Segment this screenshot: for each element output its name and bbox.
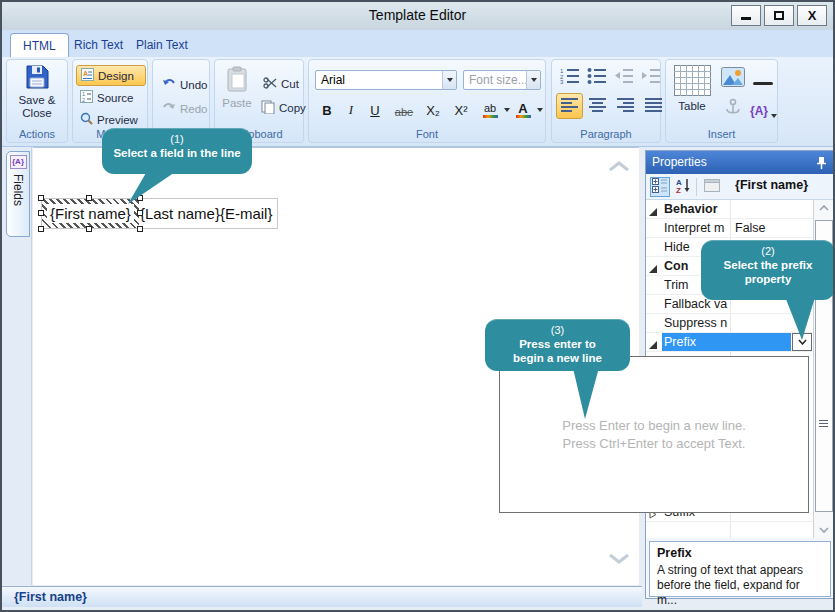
popup-hint-line2: Press Ctrl+Enter to accept Text.: [563, 436, 746, 451]
template-editor-window: Template Editor X HTML Rich Text Plain T…: [0, 0, 835, 612]
maximize-button[interactable]: [764, 5, 794, 26]
save-close-button[interactable]: Save & Close: [10, 64, 64, 120]
decrease-indent-button[interactable]: [611, 66, 636, 89]
svg-text:3: 3: [560, 79, 564, 84]
insert-field-button[interactable]: {A}: [748, 99, 770, 122]
align-center-button[interactable]: [584, 93, 611, 119]
magnifier-icon: [80, 112, 93, 127]
window-controls: X: [731, 5, 827, 26]
property-row-behavior[interactable]: Behavior: [646, 200, 814, 219]
title-bar: Template Editor X: [2, 2, 833, 30]
font-color-dropdown[interactable]: [535, 98, 543, 120]
prefix-editor-popup[interactable]: Press Enter to begin a new line. Press C…: [499, 356, 809, 513]
subscript-button[interactable]: X₂: [421, 98, 445, 120]
sort-az-icon: AZ: [675, 177, 691, 197]
resize-handle[interactable]: [38, 195, 44, 201]
resize-handle[interactable]: [86, 195, 92, 201]
callout-step-2: (2) Select the prefix property: [701, 240, 835, 300]
insert-image-button[interactable]: [720, 67, 745, 90]
numbered-list-button[interactable]: 123: [557, 66, 582, 89]
resize-handle[interactable]: [137, 210, 143, 216]
undo-button[interactable]: Undo: [158, 74, 212, 95]
property-pages-icon: [704, 178, 720, 196]
ribbon-group-insert: Table {A} Insert: [665, 59, 778, 143]
superscript-button[interactable]: X²: [449, 98, 473, 120]
chevron-down-icon: [442, 71, 456, 89]
increase-indent-button[interactable]: [638, 66, 663, 89]
fields-tab-label: Fields: [11, 174, 25, 206]
tab-html[interactable]: HTML: [10, 33, 69, 57]
svg-text:2: 2: [82, 97, 85, 103]
font-family-combo[interactable]: Arial: [315, 70, 457, 90]
tab-plain-text[interactable]: Plain Text: [124, 33, 200, 57]
bold-button[interactable]: B: [317, 98, 337, 120]
copy-button[interactable]: Copy: [257, 97, 310, 118]
field-icon: {A}: [10, 155, 27, 169]
scroll-down-chevron[interactable]: [607, 551, 631, 569]
fields-tab[interactable]: {A} Fields: [6, 151, 30, 237]
justify-icon: [645, 97, 663, 116]
resize-handle[interactable]: [38, 226, 44, 232]
resize-handle[interactable]: [137, 226, 143, 232]
categorized-icon: [652, 177, 668, 197]
paste-button[interactable]: Paste: [219, 66, 255, 110]
insert-field-dropdown[interactable]: [769, 104, 777, 126]
numbered-list-icon: 123: [560, 67, 580, 88]
window-title: Template Editor: [2, 2, 833, 29]
cut-button[interactable]: Cut: [259, 73, 303, 94]
property-description: Prefix A string of text that appears bef…: [649, 541, 831, 597]
resize-handle[interactable]: [86, 226, 92, 232]
italic-button[interactable]: I: [341, 98, 361, 120]
callout-step-1: (1) Select a field in the line: [102, 128, 252, 174]
status-field-name: {First name}: [14, 590, 87, 604]
property-row-interpret[interactable]: Interpret m False: [646, 219, 814, 238]
highlight-color-button[interactable]: ab: [479, 98, 501, 120]
align-left-button[interactable]: [556, 93, 583, 119]
fields-sidebar-strip: {A} Fields: [2, 147, 32, 585]
highlight-color-bar: [483, 115, 498, 118]
floppy-disk-icon: [24, 64, 50, 92]
align-left-icon: [561, 97, 579, 116]
categorized-view-button[interactable]: [650, 177, 670, 197]
bullet-list-button[interactable]: [584, 66, 609, 89]
close-button[interactable]: X: [797, 5, 827, 26]
resize-handle[interactable]: [38, 210, 44, 216]
group-label-paragraph: Paragraph: [552, 128, 660, 140]
selected-object-name: {First name}: [735, 178, 808, 192]
source-button[interactable]: 12 Source: [76, 87, 146, 108]
preview-button[interactable]: Preview: [76, 109, 146, 130]
collapse-triangle-icon[interactable]: [649, 262, 657, 276]
collapse-triangle-icon[interactable]: [649, 205, 657, 219]
font-size-combo[interactable]: Font size...: [463, 70, 541, 90]
chevron-down-icon: [526, 71, 540, 89]
clipboard-icon: [226, 66, 248, 95]
align-right-icon: [617, 97, 635, 116]
font-color-button[interactable]: A: [513, 98, 533, 120]
minimize-button[interactable]: [731, 5, 761, 26]
strikethrough-button[interactable]: abe: [391, 98, 417, 120]
insert-line-button[interactable]: [750, 72, 775, 95]
insert-anchor-button[interactable]: [720, 97, 745, 120]
property-pages-button[interactable]: [702, 177, 722, 197]
insert-table-button[interactable]: Table: [670, 65, 714, 113]
font-color-bar: [516, 115, 531, 118]
sort-alphabetical-button[interactable]: AZ: [673, 177, 693, 197]
underline-button[interactable]: U: [365, 98, 385, 120]
group-label-font: Font: [309, 128, 545, 140]
source-icon: 12: [80, 90, 93, 105]
scrollbar-up-button[interactable]: [814, 200, 834, 216]
scissors-icon: [263, 77, 277, 91]
scroll-up-chevron[interactable]: [607, 158, 631, 176]
scrollbar-down-button[interactable]: [814, 522, 834, 538]
justify-button[interactable]: [640, 93, 667, 119]
decrease-indent-icon: [614, 67, 634, 88]
ribbon-group-actions: Save & Close Actions: [6, 59, 68, 143]
maximize-icon: [774, 11, 784, 20]
design-button[interactable]: A Design: [76, 65, 146, 86]
align-right-button[interactable]: [612, 93, 639, 119]
redo-button[interactable]: Redo: [158, 98, 212, 119]
collapse-triangle-icon[interactable]: [649, 338, 657, 352]
field-email[interactable]: {E-mail}: [220, 205, 273, 222]
group-label-actions: Actions: [7, 128, 67, 140]
highlight-color-dropdown[interactable]: [502, 98, 510, 120]
